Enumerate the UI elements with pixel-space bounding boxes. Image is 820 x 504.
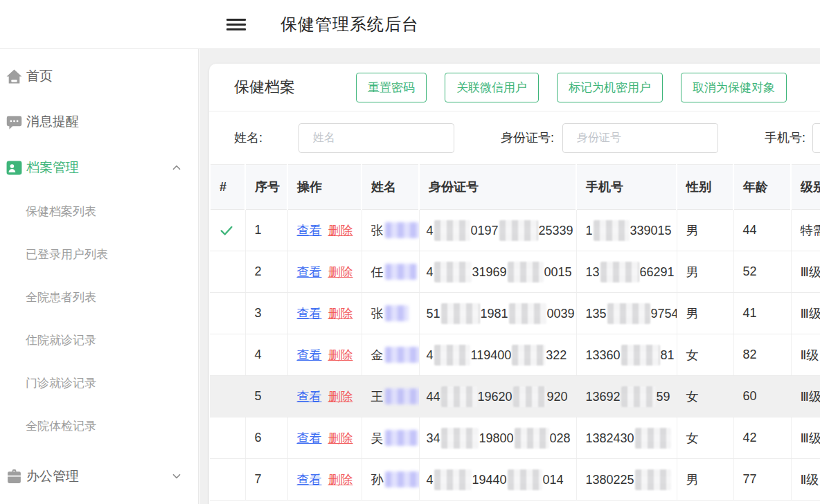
row-phone: 1382430 (576, 417, 677, 459)
table-row[interactable]: 2查看删除任43196900151366291男52Ⅲ级 (210, 251, 820, 293)
row-idno: 4019725339 (419, 210, 576, 251)
view-link[interactable]: 查看 (297, 390, 322, 404)
row-name: 金 (362, 334, 419, 376)
sidebar-item-label: 档案管理 (26, 159, 170, 177)
redacted-blur (607, 303, 650, 324)
delete-link[interactable]: 删除 (328, 307, 353, 321)
row-idno: 3419800028 (419, 417, 576, 459)
row-phone: 1336081 (576, 334, 677, 376)
column-header-8: 级别 (791, 165, 820, 210)
row-phone: 1369259 (576, 376, 677, 417)
row-age: 42 (733, 417, 791, 459)
sidebar-subitem-2-1[interactable]: 已登录用户列表 (0, 233, 198, 276)
row-idno: 5119810039 (419, 293, 576, 334)
redacted-blur (385, 222, 420, 238)
sidebar-subitem-2-5[interactable]: 全院体检记录 (0, 405, 198, 448)
phone-filter-input[interactable] (812, 123, 820, 153)
sidebar-item-3[interactable]: 办公管理 (0, 453, 198, 499)
row-check-cell[interactable] (210, 334, 245, 376)
check-icon (219, 223, 234, 238)
row-name: 王 (362, 376, 419, 417)
table-row[interactable]: 5查看删除王44196209201369259女60Ⅲ级 (210, 376, 820, 417)
table-row[interactable]: 3查看删除张51198100391359754男41Ⅲ级 (210, 293, 820, 334)
main-content: 保健档案 重置密码 关联微信用户 标记为机密用户 取消为保健对象 姓名: 身份证… (199, 49, 820, 504)
column-header-2: 操作 (287, 165, 362, 210)
idno-filter-input[interactable] (562, 123, 718, 153)
sidebar-item-2[interactable]: 档案管理 (0, 145, 198, 190)
reset-password-button[interactable]: 重置密码 (356, 73, 427, 102)
row-check-cell[interactable] (210, 417, 245, 459)
column-header-4: 身份证号 (419, 165, 576, 210)
delete-link[interactable]: 删除 (328, 224, 353, 237)
row-actions: 查看删除 (287, 334, 362, 376)
row-level: Ⅲ级 (791, 251, 820, 293)
view-link[interactable]: 查看 (297, 307, 322, 321)
row-check-cell[interactable] (210, 251, 245, 293)
mark-confidential-button[interactable]: 标记为机密用户 (557, 73, 663, 102)
chevron-down-icon (170, 470, 183, 483)
column-header-5: 手机号 (576, 165, 677, 210)
delete-link[interactable]: 删除 (328, 431, 353, 445)
records-table: #序号操作姓名身份证号手机号性别年龄级别 1查看删除张4019725339133… (209, 164, 820, 501)
sidebar-subitem-2-2[interactable]: 全院患者列表 (0, 276, 198, 319)
table-row[interactable]: 1查看删除张40197253391339015男44特需 (210, 210, 820, 251)
sidebar-subitem-2-3[interactable]: 住院就诊记录 (0, 319, 198, 362)
table-row[interactable]: 6查看删除吴34198000281382430女42Ⅲ级 (210, 417, 820, 459)
redacted-blur (508, 262, 544, 282)
link-wechat-user-button[interactable]: 关联微信用户 (445, 73, 539, 102)
row-check-cell[interactable] (210, 293, 245, 334)
message-icon (6, 114, 23, 131)
table-row[interactable]: 4查看删除金41194003221336081女82Ⅱ级 (210, 334, 820, 376)
row-level: Ⅱ级 (791, 459, 820, 501)
cancel-healthcare-target-button[interactable]: 取消为保健对象 (681, 73, 787, 102)
view-link[interactable]: 查看 (297, 224, 322, 237)
table-row[interactable]: 7查看删除孙4194400141380225男77Ⅱ级 (210, 459, 820, 501)
table-body: 1查看删除张40197253391339015男44特需2查看删除任431969… (210, 210, 820, 501)
sidebar-subitem-2-0[interactable]: 保健档案列表 (0, 190, 198, 233)
row-check-cell[interactable] (210, 210, 245, 251)
sidebar-item-1[interactable]: 消息提醒 (0, 99, 198, 145)
row-seq: 3 (245, 293, 287, 334)
column-header-1: 序号 (245, 165, 287, 210)
view-link[interactable]: 查看 (297, 473, 322, 487)
row-actions: 查看删除 (287, 293, 362, 334)
row-level: Ⅲ级 (791, 417, 820, 459)
delete-link[interactable]: 删除 (328, 390, 353, 404)
hamburger-icon[interactable] (226, 16, 246, 33)
sidebar-subitem-2-4[interactable]: 门诊就诊记录 (0, 362, 198, 405)
row-idno: 419440014 (419, 459, 576, 501)
view-link[interactable]: 查看 (297, 431, 322, 445)
redacted-blur (385, 305, 409, 321)
row-age: 41 (733, 293, 791, 334)
row-phone: 1339015 (576, 210, 677, 251)
view-link[interactable]: 查看 (297, 348, 322, 362)
delete-link[interactable]: 删除 (328, 473, 353, 487)
row-age: 44 (733, 210, 791, 251)
column-header-3: 姓名 (362, 165, 419, 210)
page-title: 保健档案 (234, 77, 295, 98)
row-name: 任 (362, 251, 419, 293)
row-actions: 查看删除 (287, 210, 362, 251)
delete-link[interactable]: 删除 (328, 348, 353, 362)
delete-link[interactable]: 删除 (328, 265, 353, 279)
redacted-blur (635, 428, 671, 449)
row-level: Ⅲ级 (791, 293, 820, 334)
view-link[interactable]: 查看 (297, 265, 322, 279)
name-filter-input[interactable] (298, 123, 454, 153)
sidebar-item-label: 消息提醒 (26, 113, 183, 131)
sidebar-item-0[interactable]: 首页 (0, 53, 198, 99)
sidebar: 首页消息提醒档案管理保健档案列表已登录用户列表全院患者列表住院就诊记录门诊就诊记… (0, 49, 199, 504)
filter-idno: 身份证号: (501, 123, 718, 153)
redacted-blur (385, 347, 420, 363)
redacted-blur (434, 220, 470, 241)
row-name: 张 (362, 210, 419, 251)
home-icon (6, 68, 23, 85)
redacted-blur (385, 430, 418, 446)
redacted-blur (508, 469, 542, 490)
row-phone: 1359754 (576, 293, 677, 334)
row-check-cell[interactable] (210, 376, 245, 417)
row-level: 特需 (791, 210, 820, 251)
row-check-cell[interactable] (210, 459, 245, 501)
redacted-blur (621, 386, 656, 407)
idno-filter-label: 身份证号: (501, 129, 554, 146)
